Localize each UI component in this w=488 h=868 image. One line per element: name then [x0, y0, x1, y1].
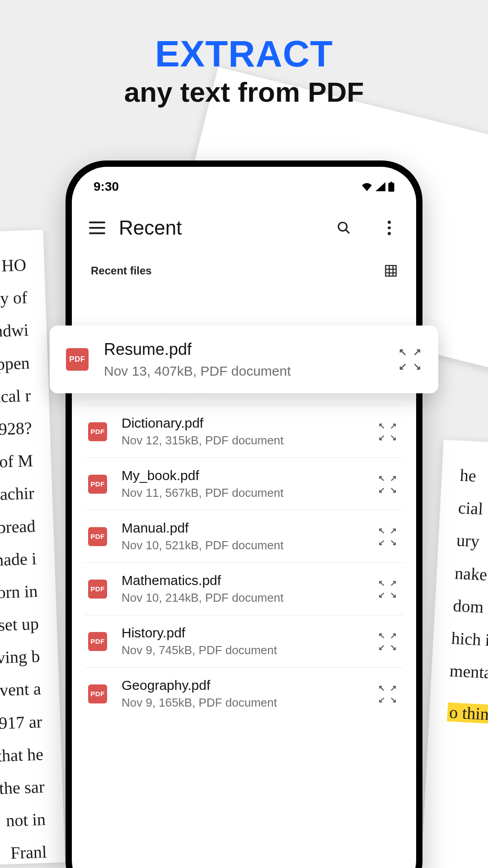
grid-view-icon[interactable] — [385, 264, 397, 277]
expand-icon[interactable]: ↖↗↙↘ — [377, 579, 397, 599]
file-meta: Nov 11, 567kB, PDF document — [122, 486, 363, 500]
featured-file-card[interactable]: PDF Resume.pdf Nov 13, 407kB, PDF docume… — [50, 326, 438, 393]
expand-icon[interactable]: ↖↗↙↘ — [377, 422, 397, 442]
file-name: Resume.pdf — [104, 340, 382, 359]
menu-icon[interactable] — [89, 222, 105, 234]
file-name: My_book.pdf — [122, 468, 363, 483]
expand-icon[interactable]: ↖↗↙↘ — [377, 684, 397, 704]
file-meta: Nov 10, 521kB, PDF document — [122, 538, 363, 552]
file-name: Mathematics.pdf — [122, 573, 363, 588]
section-header: Recent files — [72, 250, 416, 285]
signal-icon — [375, 182, 385, 191]
pdf-icon: PDF — [88, 527, 107, 546]
wifi-icon — [361, 182, 373, 191]
background-text-right: he cial ury nake dom hich is mental — [449, 459, 488, 702]
file-row[interactable]: PDF Dictionary.pdf Nov 12, 315kB, PDF do… — [84, 406, 404, 458]
pdf-icon: PDF — [88, 632, 107, 651]
file-text: Resume.pdf Nov 13, 407kB, PDF document — [104, 340, 382, 379]
file-text: Dictionary.pdf Nov 12, 315kB, PDF docume… — [122, 415, 363, 448]
file-name: Dictionary.pdf — [122, 415, 363, 431]
file-name: Manual.pdf — [122, 520, 363, 536]
file-meta: Nov 9, 165kB, PDF document — [122, 696, 363, 710]
phone-screen: 9:30 Recent Recent files — [72, 167, 416, 868]
headline-line-1: EXTRACT — [0, 35, 488, 72]
file-row[interactable]: PDF Manual.pdf Nov 10, 521kB, PDF docume… — [84, 510, 404, 563]
file-text: My_book.pdf Nov 11, 567kB, PDF document — [122, 468, 363, 500]
status-time: 9:30 — [94, 179, 119, 194]
file-row[interactable]: PDF History.pdf Nov 9, 745kB, PDF docume… — [84, 615, 404, 668]
background-text-highlight: o think — [447, 703, 488, 724]
search-icon[interactable] — [337, 221, 351, 235]
section-label: Recent files — [91, 264, 152, 277]
pdf-icon: PDF — [88, 684, 107, 703]
pdf-icon: PDF — [88, 475, 107, 494]
phone-frame: 9:30 Recent Recent files — [66, 160, 422, 868]
file-meta: Nov 10, 214kB, PDF document — [122, 591, 363, 605]
file-text: Manual.pdf Nov 10, 521kB, PDF document — [122, 520, 363, 552]
file-text: Geography.pdf Nov 9, 165kB, PDF document — [122, 678, 363, 710]
file-meta: Nov 12, 315kB, PDF document — [122, 434, 363, 448]
svg-rect-0 — [388, 183, 394, 192]
svg-line-3 — [346, 230, 349, 233]
status-bar: 9:30 — [72, 167, 416, 198]
svg-rect-4 — [385, 265, 396, 276]
expand-icon[interactable]: ↖↗↙↘ — [398, 347, 422, 372]
headline-line-2: any text from PDF — [0, 76, 488, 108]
svg-point-2 — [338, 222, 347, 231]
file-row[interactable]: PDF My_book.pdf Nov 11, 567kB, PDF docum… — [84, 458, 404, 510]
pdf-icon: PDF — [66, 348, 89, 371]
file-text: Mathematics.pdf Nov 10, 214kB, PDF docum… — [122, 573, 363, 605]
expand-icon[interactable]: ↖↗↙↘ — [377, 527, 397, 547]
file-meta: Nov 9, 745kB, PDF document — [122, 643, 363, 657]
marketing-headline: EXTRACT any text from PDF — [0, 35, 488, 108]
file-text: History.pdf Nov 9, 745kB, PDF document — [122, 625, 363, 657]
pdf-icon: PDF — [88, 422, 107, 441]
svg-rect-1 — [390, 182, 392, 183]
more-options-icon[interactable] — [382, 221, 396, 235]
app-bar: Recent — [72, 198, 416, 250]
battery-icon — [388, 182, 394, 192]
file-name: History.pdf — [122, 625, 363, 641]
file-meta: Nov 13, 407kB, PDF document — [104, 363, 382, 379]
file-row[interactable]: PDF Mathematics.pdf Nov 10, 214kB, PDF d… — [84, 563, 404, 615]
status-icons — [361, 182, 394, 192]
background-paper-right: he cial ury nake dom hich is mental o th… — [415, 440, 488, 868]
pdf-icon: PDF — [88, 580, 107, 599]
file-name: Geography.pdf — [122, 678, 363, 693]
expand-icon[interactable]: ↖↗↙↘ — [377, 474, 397, 494]
expand-icon[interactable]: ↖↗↙↘ — [377, 632, 397, 651]
file-row[interactable]: PDF Geography.pdf Nov 9, 165kB, PDF docu… — [84, 668, 404, 720]
page-title: Recent — [119, 217, 323, 239]
